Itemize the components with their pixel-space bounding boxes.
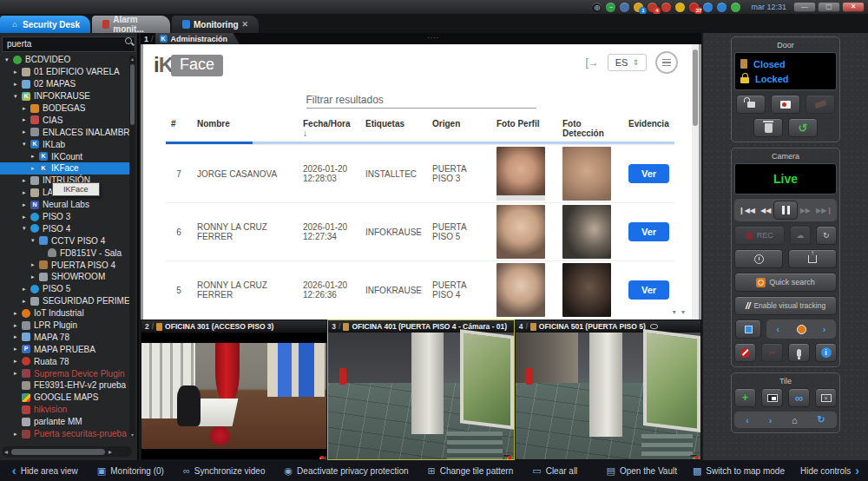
talk-button[interactable]: [788, 343, 810, 362]
home-button[interactable]: ⌂: [792, 415, 798, 425]
video-tile-4[interactable]: 4/OFICINA 501 (PUERTA PISO 5)Live: [515, 320, 701, 460]
tree-item-piso-3[interactable]: ▸PISO 3: [0, 211, 130, 223]
synchronize-video-button[interactable]: ∞Synchronize video: [183, 465, 266, 476]
column-header-nombre[interactable]: Nombre: [192, 115, 298, 142]
tree-arrow-icon[interactable]: ▸: [14, 358, 22, 365]
column-header-[interactable]: #: [166, 115, 192, 142]
export-video-button[interactable]: [788, 249, 837, 268]
tree-arrow-icon[interactable]: ▾: [31, 237, 39, 244]
horn-icon[interactable]: [675, 3, 685, 12]
tree-item-securita[interactable]: ▸Securita: [0, 440, 130, 442]
tree-item-bcdvideo[interactable]: ▾BCDVIDEO: [0, 54, 130, 66]
fast-forward-button[interactable]: ▶▶: [798, 204, 813, 217]
snip-button[interactable]: ✂: [761, 343, 783, 362]
column-header-fecha-hora[interactable]: Fecha/Hora↓: [298, 115, 360, 142]
tree-arrow-icon[interactable]: ▸: [31, 273, 39, 280]
tree-item-enlaces-inalambricos[interactable]: ▸ENLACES INALAMBRICOS: [0, 126, 130, 138]
sort-arrow-icon[interactable]: ↓: [303, 128, 355, 138]
tree-item-puerta-securitas-prueba[interactable]: ▸Puerta securitas-prueba: [0, 428, 130, 440]
tree-item-mapa-prueba[interactable]: ▸PMAPA PRUEBA: [0, 343, 130, 355]
ver-button[interactable]: Ver: [628, 280, 669, 300]
tree-item-ikface[interactable]: ▸KIKFace: [0, 162, 130, 175]
tree-arrow-icon[interactable]: ▸: [14, 333, 22, 340]
tree-item-cias[interactable]: ▸CIAS: [0, 114, 130, 126]
threat-count-icon[interactable]: 37: [689, 3, 699, 12]
tree-item-parlante-mm[interactable]: parlante MM: [0, 416, 130, 428]
forgive-antipassback-button[interactable]: ↺: [788, 118, 818, 137]
minimize-button[interactable]: —: [793, 2, 816, 12]
tree-item-iot-industrial[interactable]: ▸IoT Industrial: [0, 307, 130, 320]
tree-item-suprema-device-plugin[interactable]: ▸Suprema Device Plugin: [0, 367, 130, 379]
tree-item-fe9391-ehv-v2-prueba[interactable]: FE9391-EHV-v2 prueba: [0, 379, 130, 392]
clear-tile-button[interactable]: ×: [815, 388, 837, 407]
person-alert-icon[interactable]: [661, 3, 671, 12]
stop-button[interactable]: [735, 320, 761, 339]
tile-header[interactable]: 4/OFICINA 501 (PUERTA PISO 5): [516, 320, 700, 333]
tree-arrow-icon[interactable]: ▾: [23, 141, 30, 148]
tree-item-iklab[interactable]: ▾KIKLab: [0, 138, 130, 150]
tree-arrow-icon[interactable]: ▸: [23, 177, 30, 184]
grip-handle[interactable]: ∙∙∙∙: [427, 33, 439, 42]
previous-camera-button[interactable]: ‹: [777, 324, 780, 334]
tree-item-infokrause[interactable]: ▾KINFOKRAUSE: [0, 90, 130, 102]
tree-item-ikcount[interactable]: ▸KIKCount: [0, 150, 130, 162]
tree-arrow-icon[interactable]: ▸: [23, 116, 30, 123]
open-the-vault-button[interactable]: ▤Open the Vault: [607, 465, 677, 477]
clear-all-button[interactable]: ▭Clear all: [532, 465, 577, 477]
genetec-logo-icon[interactable]: ◎: [592, 3, 602, 12]
tree-arrow-icon[interactable]: ▸: [23, 298, 30, 305]
tree-item-google-maps[interactable]: GOOGLE MAPS: [0, 392, 130, 404]
tree-arrow-icon[interactable]: ▸: [14, 310, 22, 317]
tree-arrow-icon[interactable]: ▸: [23, 189, 30, 196]
stats-icon[interactable]: [731, 3, 740, 12]
ver-button[interactable]: Ver: [628, 222, 669, 241]
tree-arrow-icon[interactable]: ▸: [23, 128, 30, 135]
camera-tray-icon[interactable]: [620, 3, 629, 12]
tree-item-hikvision[interactable]: hikvision: [0, 404, 130, 416]
tree-item-02-mapas[interactable]: ▸02 MAPAS: [0, 78, 130, 90]
tree-item-piso-4[interactable]: ▾PISO 4: [0, 222, 130, 234]
scroll-down-arrows[interactable]: ▾ ▾: [673, 308, 687, 316]
deactivate-privacy-protection-button[interactable]: ◉Deactivate privacy protection: [285, 465, 409, 477]
audio-icon[interactable]: [703, 3, 713, 12]
tab-monitoring[interactable]: Monitoring✕: [172, 16, 259, 33]
tree-item-bodegas[interactable]: ▸BODEGAS: [0, 102, 130, 115]
tree-item-seguridad-perimetral[interactable]: ▸SEGURIDAD PERIMETRAL: [0, 295, 130, 307]
hide-area-view-button[interactable]: ‹Hide area view: [12, 464, 78, 478]
alarm-count-icon[interactable]: 4: [648, 3, 657, 12]
monitor-search-button[interactable]: ∞: [788, 388, 810, 407]
search-icon[interactable]: [125, 37, 132, 44]
tree-item-ruata-78[interactable]: ▸Ruata 78: [0, 355, 130, 367]
language-select[interactable]: ES ⇕: [608, 54, 647, 71]
tree-arrow-icon[interactable]: ▸: [23, 201, 30, 208]
next-camera-button[interactable]: ›: [823, 324, 826, 334]
tree-item-puerta-piso-4[interactable]: ▸PUERTA PISO 4: [0, 259, 130, 271]
tree-item-cctv-piso-4[interactable]: ▾CCTV PISO 4: [0, 234, 130, 247]
tree-arrow-icon[interactable]: ▸: [23, 214, 30, 221]
slow-motion-button[interactable]: ☁: [790, 226, 811, 245]
hide-controls-button[interactable]: Hide controls›: [800, 464, 859, 478]
tree-item-lpr-plugin[interactable]: ▸LPR Plugin: [0, 320, 130, 332]
maximize-button[interactable]: ▢: [818, 2, 840, 12]
tree-arrow-icon[interactable]: ▸: [23, 105, 30, 112]
monitoring-0-button[interactable]: ▣Monitoring (0): [97, 465, 164, 477]
tree-arrow-icon[interactable]: ▸: [14, 346, 22, 353]
tile-1-header[interactable]: 1 / K Administración ∙∙∙∙: [141, 33, 701, 44]
tree-item-neural-labs[interactable]: ▸NNeural Labs: [0, 199, 130, 211]
go-to-time-button[interactable]: [734, 249, 783, 268]
expand-tile-button[interactable]: +: [734, 388, 756, 407]
column-header-foto-detecci-n[interactable]: Foto Detección: [557, 115, 623, 142]
tree-arrow-icon[interactable]: ▾: [14, 93, 22, 100]
back-button[interactable]: ‹: [746, 415, 749, 425]
record-button[interactable]: REC: [734, 226, 785, 245]
tree-arrow-icon[interactable]: ▸: [14, 370, 22, 377]
rewind-button[interactable]: ◀◀: [758, 204, 773, 217]
pause-button[interactable]: [773, 201, 797, 220]
quick-search-button[interactable]: Quick search: [734, 273, 837, 292]
forward-button[interactable]: ›: [769, 415, 773, 425]
table-row[interactable]: 6RONNY LA CRUZ FERRER2026-01-2012:27:34I…: [166, 203, 674, 261]
tree-item-piso-5[interactable]: ▸PISO 5: [0, 283, 130, 295]
tab-security-desk[interactable]: ⌂Security Desk: [0, 16, 90, 33]
column-header-origen[interactable]: Origen: [427, 115, 491, 142]
maintenance-mode-button[interactable]: [753, 118, 783, 137]
